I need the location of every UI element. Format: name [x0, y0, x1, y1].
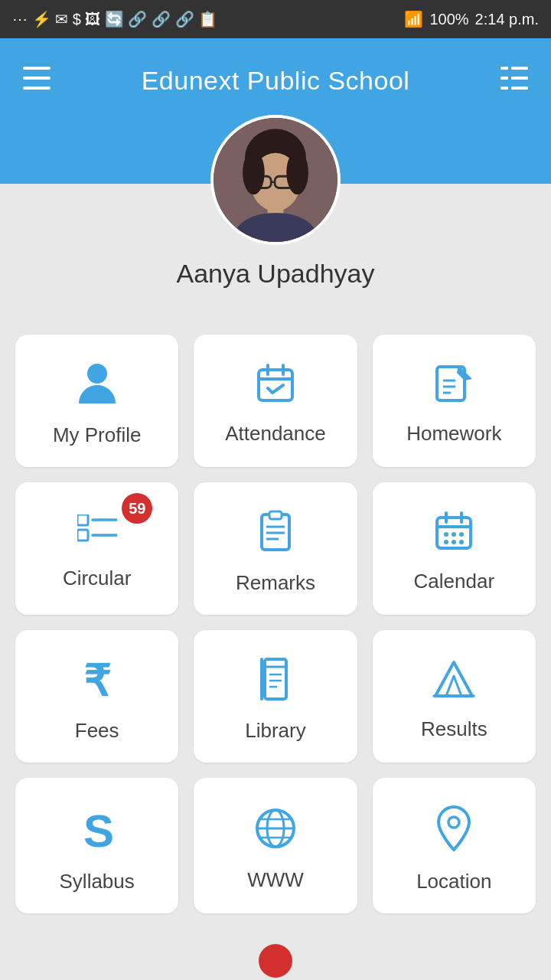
menu-item-syllabus[interactable]: S Syllabus: [15, 778, 178, 913]
menu-item-attendance[interactable]: Attendance: [194, 335, 357, 467]
svg-point-20: [87, 364, 107, 384]
menu-item-library[interactable]: Library: [194, 630, 357, 763]
menu-item-location[interactable]: Location: [373, 778, 536, 913]
status-left: ⋯ ⚡ ✉ $ 🖼 🔄 🔗 🔗 🔗 📋: [12, 10, 217, 28]
hamburger-menu-icon[interactable]: [23, 67, 51, 95]
s-letter-icon: S: [80, 805, 114, 858]
status-icons: ⋯ ⚡ ✉ $ 🖼 🔄 🔗 🔗 🔗 📋: [12, 10, 217, 28]
clipboard-icon: [259, 510, 292, 559]
avatar: [210, 115, 341, 245]
menu-label-circular: Circular: [63, 567, 132, 590]
menu-label-my-profile: My Profile: [53, 423, 142, 447]
globe-icon: [254, 807, 297, 856]
menu-label-calendar: Calendar: [414, 570, 495, 593]
menu-label-library: Library: [245, 719, 305, 743]
status-bar: ⋯ ⚡ ✉ $ 🖼 🔄 🔗 🔗 🔗 📋 📶 100% 2:14 p.m.: [0, 0, 551, 38]
tent-icon: [432, 659, 475, 705]
svg-rect-0: [23, 67, 51, 70]
menu-item-homework[interactable]: Homework: [373, 335, 536, 467]
avatar-container: [210, 115, 341, 245]
svg-rect-21: [259, 370, 292, 400]
app-title: Edunext Public School: [142, 66, 410, 96]
wifi-icon: 📶: [404, 10, 423, 28]
svg-point-63: [448, 817, 459, 828]
menu-label-www: WWW: [247, 868, 304, 892]
svg-point-46: [444, 540, 448, 544]
calendar-grid-icon: [434, 511, 474, 557]
svg-rect-7: [500, 87, 508, 90]
user-name: Aanya Upadhyay: [177, 259, 375, 289]
svg-rect-31: [77, 530, 88, 541]
menu-item-www[interactable]: WWW: [194, 778, 357, 913]
menu-label-location: Location: [416, 870, 491, 893]
list-lines-icon: [77, 514, 117, 554]
menu-item-circular[interactable]: 59 Circular: [15, 482, 178, 615]
svg-point-44: [452, 532, 456, 537]
battery-text: 100%: [429, 11, 468, 28]
profile-section: Aanya Upadhyay: [0, 122, 551, 312]
book-icon: [259, 658, 292, 707]
menu-label-homework: Homework: [406, 422, 501, 446]
status-right: 📶 100% 2:14 p.m.: [404, 10, 539, 28]
svg-point-47: [452, 540, 456, 544]
calendar-check-icon: [256, 364, 295, 410]
menu-label-syllabus: Syllabus: [60, 870, 135, 893]
list-view-icon[interactable]: [500, 67, 528, 95]
menu-label-remarks: Remarks: [236, 571, 315, 595]
svg-point-48: [459, 540, 464, 544]
svg-rect-3: [500, 67, 508, 70]
menu-item-calendar[interactable]: Calendar: [373, 482, 536, 615]
menu-item-fees[interactable]: ₹ Fees: [15, 630, 178, 763]
edit-square-icon: [434, 364, 474, 410]
svg-text:₹: ₹: [83, 658, 111, 701]
app-header: Edunext Public School: [0, 38, 551, 122]
menu-grid: My Profile Attendance Homework: [0, 312, 551, 936]
svg-rect-1: [23, 77, 51, 80]
menu-label-results: Results: [421, 717, 487, 741]
menu-label-fees: Fees: [75, 719, 119, 743]
svg-rect-5: [500, 77, 508, 80]
menu-label-attendance: Attendance: [225, 422, 326, 446]
svg-point-16: [286, 151, 308, 194]
svg-point-43: [444, 532, 448, 537]
svg-point-15: [243, 151, 265, 194]
menu-item-my-profile[interactable]: My Profile: [15, 335, 178, 467]
menu-item-results[interactable]: Results: [373, 630, 536, 763]
pin-icon: [437, 805, 471, 858]
svg-rect-2: [23, 87, 51, 90]
svg-rect-29: [77, 514, 88, 525]
svg-point-45: [459, 532, 464, 537]
person-icon: [77, 362, 117, 411]
menu-item-remarks[interactable]: Remarks: [194, 482, 357, 615]
svg-rect-4: [511, 67, 528, 70]
svg-rect-50: [265, 659, 286, 699]
bottom-hint: [0, 936, 551, 980]
svg-rect-35: [269, 511, 282, 519]
time-display: 2:14 p.m.: [475, 11, 539, 28]
rupee-icon: ₹: [80, 658, 114, 707]
scroll-indicator: [259, 944, 292, 978]
svg-rect-8: [511, 87, 528, 90]
svg-text:S: S: [83, 805, 114, 851]
svg-rect-6: [511, 77, 528, 80]
circular-badge: 59: [122, 493, 152, 524]
